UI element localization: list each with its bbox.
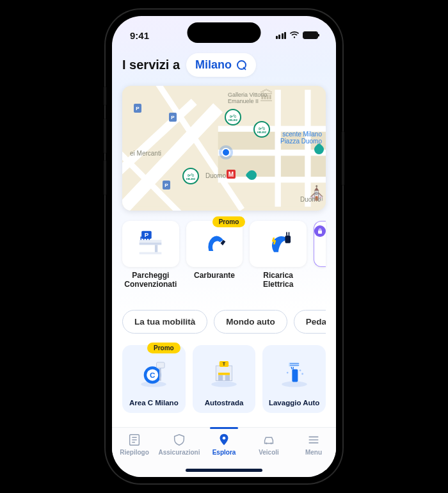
promo-badge: Promo bbox=[147, 343, 180, 353]
svg-rect-30 bbox=[292, 369, 298, 382]
map-label-duomo-area: Duomo bbox=[300, 196, 321, 203]
current-location-dot bbox=[221, 148, 230, 157]
tile-label: Lavaggio Auto bbox=[269, 399, 319, 407]
tile-area-c[interactable]: Promo C Area C Milano bbox=[122, 345, 186, 413]
ev-plug-icon bbox=[262, 228, 295, 260]
tile-highway[interactable]: T Autostrada bbox=[193, 345, 256, 413]
svg-rect-11 bbox=[140, 252, 162, 254]
cellular-icon bbox=[276, 32, 287, 39]
tab-label: Menu bbox=[305, 449, 322, 456]
tab-assicurazioni[interactable]: Assicurazioni bbox=[159, 433, 200, 456]
tab-label: Esplora bbox=[212, 449, 236, 456]
svg-point-39 bbox=[223, 437, 226, 440]
volume-down-button bbox=[104, 160, 106, 195]
map-card[interactable]: 🏛 ⛪ Galleria VittorioEmanuele II ei Merc… bbox=[122, 86, 326, 211]
content: I servizi a Milano 🏛 ⛪ bbox=[112, 47, 336, 427]
battery-icon bbox=[303, 31, 318, 39]
header-title: I servizi a bbox=[122, 58, 180, 72]
parking-pin[interactable]: P bbox=[163, 181, 170, 190]
tile-row: Promo C Area C Milano T Autostrada bbox=[122, 345, 326, 413]
service-fuel[interactable]: Promo Carburante bbox=[186, 221, 243, 289]
svg-point-32 bbox=[299, 369, 301, 371]
svg-rect-28 bbox=[218, 373, 230, 375]
svg-point-22 bbox=[211, 381, 237, 387]
page-header: I servizi a Milano bbox=[122, 53, 326, 77]
svg-point-33 bbox=[301, 373, 303, 375]
dynamic-island bbox=[188, 22, 261, 43]
svg-rect-26 bbox=[218, 375, 223, 380]
home-indicator[interactable] bbox=[186, 469, 262, 472]
tab-riepilogo[interactable]: Riepilogo bbox=[114, 433, 155, 456]
service-locked-peek[interactable] bbox=[314, 221, 326, 267]
tab-esplora[interactable]: Esplora bbox=[204, 433, 244, 456]
svg-rect-14 bbox=[288, 232, 289, 236]
svg-point-34 bbox=[287, 372, 289, 374]
svg-rect-15 bbox=[318, 230, 322, 234]
tab-label: Veicoli bbox=[259, 449, 279, 456]
promo-badge: Promo bbox=[212, 216, 246, 227]
tab-menu[interactable]: Menu bbox=[293, 433, 334, 456]
car-icon bbox=[262, 433, 276, 447]
fuel-icon bbox=[198, 228, 231, 260]
svg-text:C: C bbox=[150, 371, 156, 379]
svg-text:T: T bbox=[223, 361, 226, 367]
svg-rect-12 bbox=[285, 236, 291, 243]
parking-pin[interactable]: P bbox=[169, 113, 177, 122]
map-pin-helbiz[interactable]: HELBIZ bbox=[225, 109, 241, 125]
svg-rect-5 bbox=[140, 243, 162, 245]
parking-icon: P bbox=[134, 228, 167, 260]
map-label-galleria: Galleria VittorioEmanuele II bbox=[228, 92, 267, 105]
volume-up-button bbox=[104, 118, 106, 154]
svg-point-29 bbox=[282, 381, 307, 387]
svg-rect-27 bbox=[225, 375, 230, 380]
car-wash-icon bbox=[277, 352, 312, 395]
status-time: 9:41 bbox=[130, 30, 149, 41]
search-icon bbox=[237, 60, 247, 70]
power-button bbox=[342, 131, 344, 186]
explore-icon bbox=[217, 433, 231, 447]
side-button bbox=[104, 86, 106, 106]
service-label: RicaricaElettrica bbox=[250, 271, 307, 289]
svg-rect-4 bbox=[140, 240, 162, 243]
service-ev-charging[interactable]: RicaricaElettrica bbox=[250, 221, 307, 289]
map-pin-helbiz[interactable]: HELBIZ bbox=[253, 121, 270, 138]
svg-rect-13 bbox=[286, 232, 287, 236]
tab-bar: Riepilogo Assicurazioni Esplora Veicoli … bbox=[112, 427, 336, 477]
service-label: Carburante bbox=[186, 271, 243, 280]
wifi-icon bbox=[289, 31, 300, 39]
filter-tags: La tua mobilità Mondo auto Pedaggi bbox=[122, 310, 326, 334]
status-icons bbox=[276, 31, 319, 39]
menu-icon bbox=[307, 433, 321, 447]
highway-icon: T bbox=[207, 352, 241, 395]
map-label-duomo: Duomo bbox=[205, 172, 226, 179]
tag-mobility[interactable]: La tua mobilità bbox=[122, 310, 207, 334]
tab-label: Riepilogo bbox=[120, 449, 149, 456]
tile-car-wash[interactable]: Lavaggio Auto bbox=[262, 345, 326, 413]
service-parking[interactable]: P ParcheggiConvenzionati bbox=[122, 221, 179, 289]
map-pin-helbiz[interactable]: HELBIZ bbox=[182, 168, 199, 184]
svg-rect-31 bbox=[289, 362, 299, 367]
svg-point-41 bbox=[270, 442, 271, 444]
tile-label: Area C Milano bbox=[129, 399, 179, 407]
tab-veicoli[interactable]: Veicoli bbox=[248, 433, 289, 456]
services-row: P ParcheggiConvenzionati Promo Carburan bbox=[122, 221, 326, 289]
tile-label: Autostrada bbox=[205, 399, 244, 407]
tab-label: Assicurazioni bbox=[158, 449, 200, 456]
map-label-rinascente: scente MilanoPiazza Duomo bbox=[280, 131, 322, 145]
content-fade bbox=[112, 419, 336, 427]
area-c-icon: C bbox=[136, 352, 171, 395]
phone-frame: 9:41 I servizi a Milano bbox=[106, 10, 342, 483]
service-label: ParcheggiConvenzionati bbox=[122, 271, 179, 289]
tag-tolls[interactable]: Pedaggi bbox=[294, 310, 326, 334]
shield-icon bbox=[172, 433, 186, 447]
metro-pin[interactable]: M bbox=[227, 170, 236, 179]
city-selector[interactable]: Milano bbox=[186, 53, 256, 77]
svg-rect-21 bbox=[157, 362, 165, 368]
city-name: Milano bbox=[195, 58, 232, 72]
summary-icon bbox=[127, 433, 141, 447]
tag-auto-world[interactable]: Mondo auto bbox=[214, 310, 287, 334]
map-label-mercanti: ei Mercanti bbox=[130, 150, 161, 157]
parking-pin[interactable]: P bbox=[134, 104, 141, 113]
svg-point-40 bbox=[266, 442, 267, 444]
screen: 9:41 I servizi a Milano bbox=[112, 16, 336, 477]
